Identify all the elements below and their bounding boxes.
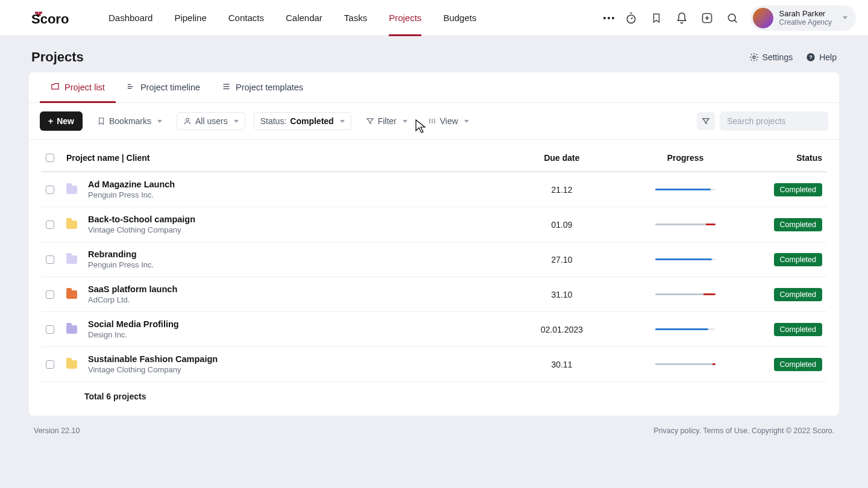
settings-link[interactable]: Settings <box>749 52 793 62</box>
svg-point-7 <box>186 118 189 121</box>
progress-bar <box>655 258 715 260</box>
footer: Version 22.10 Privacy policy. Terms of U… <box>0 427 868 446</box>
table-row[interactable]: Back-to-School campaignVintage Clothing … <box>41 207 827 242</box>
bell-icon[interactable] <box>675 11 689 25</box>
tab-project-list[interactable]: Project list <box>40 72 116 102</box>
select-all-checkbox[interactable] <box>46 154 54 162</box>
table-row[interactable]: Sustainable Fashion CampaignVintage Clot… <box>41 347 827 382</box>
search-icon[interactable] <box>725 11 740 25</box>
top-nav: Scoro DashboardPipelineContactsCalendarT… <box>0 0 868 36</box>
project-client: Design Inc. <box>88 330 179 339</box>
new-button[interactable]: + New <box>40 111 83 131</box>
col-progress[interactable]: Progress <box>616 145 755 172</box>
nav-item-calendar[interactable]: Calendar <box>275 0 333 36</box>
nav-item-contacts[interactable]: Contacts <box>218 0 275 36</box>
add-icon[interactable] <box>700 11 714 25</box>
filter-icon <box>366 117 374 125</box>
col-due[interactable]: Due date <box>508 145 616 172</box>
nav-item-budgets[interactable]: Budgets <box>432 0 487 36</box>
progress-bar <box>655 363 715 365</box>
progress-bar <box>655 189 715 190</box>
due-date: 27.10 <box>508 242 616 277</box>
col-name[interactable]: Project name | Client <box>61 145 508 172</box>
search-input[interactable] <box>720 111 828 131</box>
chevron-down-icon <box>403 120 407 123</box>
row-checkbox[interactable] <box>46 325 54 334</box>
logo[interactable]: Scoro <box>31 10 81 26</box>
status-badge: Completed <box>774 323 822 336</box>
due-date: 31.10 <box>508 277 616 312</box>
row-checkbox[interactable] <box>46 186 54 194</box>
users-chip[interactable]: All users <box>177 112 245 130</box>
project-client: Vintage Clothing Company <box>88 365 218 374</box>
svg-point-3 <box>728 14 735 21</box>
folder-icon <box>66 221 77 229</box>
bookmark-icon <box>97 116 105 126</box>
row-checkbox[interactable] <box>46 360 54 369</box>
toolbar: + New Bookmarks All users Status: Comple… <box>29 103 839 140</box>
table-row[interactable]: SaaS platform launchAdCorp Ltd.31.10Comp… <box>41 277 827 312</box>
row-checkbox[interactable] <box>46 290 54 299</box>
table-wrap: Project name | Client Due date Progress … <box>29 140 839 416</box>
col-status[interactable]: Status <box>755 145 827 172</box>
bookmarks-chip[interactable]: Bookmarks <box>91 113 168 130</box>
nav-items: DashboardPipelineContactsCalendarTasksPr… <box>98 0 594 36</box>
status-badge: Completed <box>774 218 822 231</box>
chevron-down-icon <box>234 120 239 123</box>
project-name: Ad Magazine Launch <box>88 180 175 189</box>
due-date: 02.01.2023 <box>508 312 616 347</box>
svg-point-1 <box>627 15 635 23</box>
user-menu[interactable]: Sarah Parker Creative Agency <box>750 5 856 31</box>
folder-icon <box>66 290 77 299</box>
due-date: 01.09 <box>508 207 616 242</box>
timer-icon[interactable] <box>624 11 638 25</box>
project-name: Sustainable Fashion Campaign <box>88 354 218 364</box>
project-client: Vintage Clothing Company <box>88 225 195 234</box>
total-label: Total 6 projects <box>61 382 508 408</box>
project-client: Penguin Press Inc. <box>88 190 175 199</box>
help-icon: ? <box>806 52 816 62</box>
nav-item-projects[interactable]: Projects <box>378 0 432 36</box>
nav-right: Sarah Parker Creative Agency <box>624 5 856 31</box>
folder-icon <box>66 360 77 369</box>
chevron-down-icon <box>464 120 469 123</box>
user-name: Sarah Parker <box>779 9 832 19</box>
nav-item-dashboard[interactable]: Dashboard <box>98 0 163 36</box>
row-checkbox[interactable] <box>46 255 54 264</box>
status-badge: Completed <box>774 288 822 301</box>
table-row[interactable]: Social Media ProfilingDesign Inc.02.01.2… <box>41 312 827 347</box>
nav-more-icon[interactable] <box>594 17 624 19</box>
nav-item-pipeline[interactable]: Pipeline <box>163 0 217 36</box>
page-header: Projects Settings ? Help <box>0 36 868 72</box>
project-name: SaaS platform launch <box>88 284 177 294</box>
folder-icon <box>66 325 77 334</box>
status-badge: Completed <box>774 253 822 266</box>
tab-icon <box>127 82 136 93</box>
svg-text:?: ? <box>809 54 813 60</box>
avatar <box>753 8 773 28</box>
project-name: Back-to-School campaign <box>88 214 195 224</box>
progress-bar <box>655 328 715 330</box>
chevron-down-icon <box>843 16 848 19</box>
tab-project-timeline[interactable]: Project timeline <box>116 72 211 102</box>
view-chip[interactable]: View <box>422 113 475 130</box>
row-checkbox[interactable] <box>46 221 54 229</box>
page-title: Projects <box>31 49 84 65</box>
status-chip[interactable]: Status: Completed <box>254 112 351 130</box>
search-wrap <box>697 111 828 131</box>
svg-point-4 <box>753 56 755 58</box>
filter-icon <box>702 117 710 125</box>
user-icon <box>183 117 192 125</box>
svg-text:Scoro: Scoro <box>31 11 69 26</box>
legal-label: Privacy policy. Terms of Use. Copyright … <box>653 427 834 435</box>
bookmark-icon[interactable] <box>649 11 664 25</box>
table-row[interactable]: RebrandingPenguin Press Inc.27.10Complet… <box>41 242 827 277</box>
search-filter-button[interactable] <box>697 112 715 130</box>
tab-project-templates[interactable]: Project templates <box>211 72 314 102</box>
nav-item-tasks[interactable]: Tasks <box>333 0 378 36</box>
folder-icon <box>66 186 77 194</box>
tab-icon <box>222 82 231 93</box>
table-row[interactable]: Ad Magazine LaunchPenguin Press Inc.21.1… <box>41 172 827 207</box>
help-link[interactable]: ? Help <box>806 52 837 62</box>
filter-chip[interactable]: Filter <box>360 113 414 130</box>
